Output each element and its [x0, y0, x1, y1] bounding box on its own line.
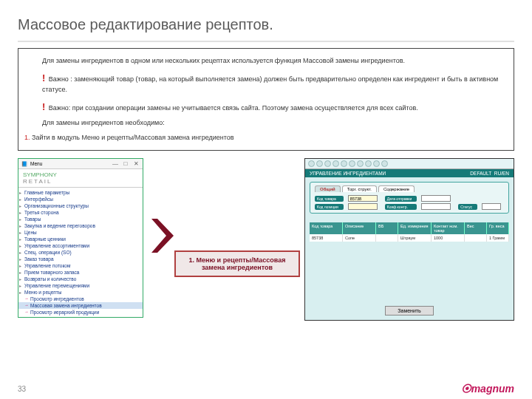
grid-header-cell: Описание	[343, 222, 376, 234]
tree-item[interactable]: Организационные структуры	[18, 202, 143, 209]
menu-tree-window: 📘 Menu — □ ✕ SYMPHONY RETAIL Главные пар…	[18, 158, 143, 318]
folder-icon: 📘	[21, 161, 27, 167]
warning-2: ! Важно: при создании операции замены не…	[42, 100, 505, 115]
input-status[interactable]	[482, 203, 501, 210]
tree-item[interactable]: Управление перемещениями	[18, 282, 143, 289]
tree-item[interactable]: Закупка и ведение переговоров	[18, 222, 143, 229]
label-position: Код позиции	[315, 204, 344, 210]
label-coef: Коэф.контр.	[385, 204, 417, 210]
intro-text: Для замены ингредиентов в одном или неск…	[42, 56, 505, 66]
label-send-date: Дата отправки	[385, 196, 417, 202]
tree-item[interactable]: Возвраты и количество	[18, 276, 143, 282]
warning-1: ! Важно : заменяющий товар (товар, на ко…	[42, 71, 505, 95]
grid-cell: 1 Грамм	[487, 234, 509, 242]
data-grid: Код товараОписаниеВБЕд. измеренияКонтакт…	[310, 222, 509, 242]
replace-button[interactable]: Заменить	[385, 306, 433, 316]
minimize-icon[interactable]: —	[112, 160, 119, 167]
tree-subitem[interactable]: Массовая замена ингредиентов	[18, 302, 143, 309]
input-code[interactable]	[348, 195, 378, 202]
tree-item[interactable]: Спец. операции (SO)	[18, 249, 143, 256]
toolbar-button[interactable]	[365, 160, 372, 167]
instructions-box: Для замены ингредиентов в одном или неск…	[18, 48, 514, 151]
exclamation-icon: !	[42, 101, 45, 112]
toolbar-button[interactable]	[349, 160, 355, 167]
tree-item[interactable]: Третья сторона	[18, 209, 143, 216]
label-code: Код товара	[315, 196, 344, 202]
input-position[interactable]	[348, 203, 378, 210]
tree-item[interactable]: Товарные ценники	[18, 236, 143, 242]
tree-item[interactable]: Интерфейсы	[18, 196, 143, 202]
tree-item[interactable]: Прием товарного запаса	[18, 269, 143, 276]
toolbar-button[interactable]	[308, 160, 315, 167]
page-title: Массовое редактирование рецептов.	[18, 16, 514, 33]
toolbar-button[interactable]	[357, 160, 364, 167]
app-header-title: УПРАВЛЕНИЕ ИНГРЕДИЕНТАМИ	[310, 171, 386, 176]
input-coef[interactable]	[421, 203, 451, 210]
window-titlebar: 📘 Menu — □ ✕	[18, 159, 143, 169]
tree-body: Главные параметрыИнтерфейсыОрганизационн…	[18, 188, 143, 317]
toolbar-button[interactable]	[324, 160, 331, 167]
app-toolbar	[305, 159, 514, 169]
tree-subitem[interactable]: Просмотр иерархий продукции	[18, 309, 143, 316]
grid-cell: Штраум	[398, 234, 432, 242]
lead-text: Для замены ингредиентов необходимо:	[42, 118, 505, 129]
page-number: 33	[18, 385, 26, 393]
arrow-icon	[148, 217, 177, 254]
toolbar-button[interactable]	[332, 160, 339, 167]
grid-cell	[376, 234, 398, 242]
tree-item[interactable]: Управление ассортиментами	[18, 242, 143, 249]
form-box: Общий Торг. структ. Содержание Код товар…	[310, 182, 509, 214]
grid-cell	[465, 234, 487, 242]
app-logo: SYMPHONY RETAIL	[18, 169, 143, 188]
grid-header-cell: Код товара	[310, 222, 343, 234]
close-icon[interactable]: ✕	[132, 160, 140, 167]
grid-header-cell: Гр. веса	[487, 222, 509, 234]
app-header: УПРАВЛЕНИЕ ИНГРЕДИЕНТАМИ DEFAULT RU/EN	[305, 169, 514, 177]
exclamation-icon: !	[42, 72, 45, 83]
tab-general[interactable]: Общий	[315, 185, 341, 192]
label-status: Статус	[458, 204, 477, 210]
step-1: Зайти в модуль Меню и рецепты/Массовая з…	[32, 133, 505, 143]
tree-item[interactable]: Товары	[18, 216, 143, 222]
callout-box: 1. Меню и рецепты/Массовая замена ингред…	[174, 250, 300, 277]
grid-cell: 1000	[432, 234, 465, 242]
toolbar-button[interactable]	[381, 160, 388, 167]
tree-item[interactable]: Управление потоком	[18, 262, 143, 269]
window-title: Menu	[30, 161, 42, 166]
app-header-user: DEFAULT	[470, 171, 491, 176]
tab-content[interactable]: Содержание	[378, 185, 415, 192]
footer-logo: ⦿magnum	[461, 383, 514, 395]
tree-item[interactable]: Заказ товара	[18, 256, 143, 262]
grid-cell: 85738	[310, 234, 343, 242]
grid-cell: Cone	[343, 234, 376, 242]
toolbar-button[interactable]	[316, 160, 323, 167]
grid-header-cell: ВБ	[376, 222, 398, 234]
tree-item[interactable]: Меню и рецепты	[18, 289, 143, 296]
tab-struct[interactable]: Торг. структ.	[342, 185, 377, 192]
grid-header-cell: Вес	[465, 222, 487, 234]
tree-subitem[interactable]: Просмотр ингредиентов	[18, 296, 143, 302]
tree-item[interactable]: Главные параметры	[18, 189, 143, 196]
title-divider	[18, 41, 514, 42]
grid-header-cell: Контакт ном. товар	[432, 222, 465, 234]
app-header-lang: RU/EN	[494, 171, 509, 176]
maximize-icon[interactable]: □	[122, 160, 129, 167]
grid-header-cell: Ед. измерения	[398, 222, 432, 234]
input-send-date[interactable]	[421, 195, 451, 202]
toolbar-button[interactable]	[373, 160, 380, 167]
tree-item[interactable]: Цены	[18, 229, 143, 236]
toolbar-button[interactable]	[341, 160, 347, 167]
app-window: УПРАВЛЕНИЕ ИНГРЕДИЕНТАМИ DEFAULT RU/EN О…	[304, 158, 514, 321]
